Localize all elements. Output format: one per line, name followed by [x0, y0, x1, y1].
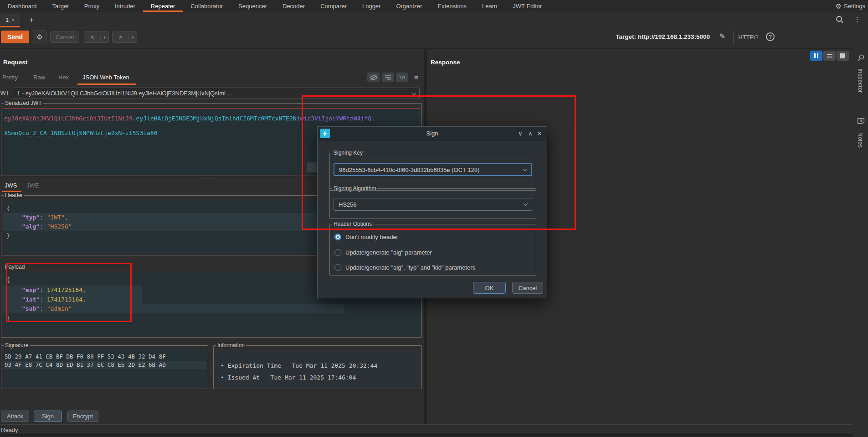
search-icon[interactable]: [835, 15, 844, 24]
cancel-request-button[interactable]: Cancel: [50, 31, 79, 43]
menu-dashboard[interactable]: Dashboard: [0, 0, 45, 12]
http-version-selector[interactable]: HTTP/1: [738, 34, 759, 41]
right-sidebar: Inspector Notes: [853, 40, 868, 437]
json-comma: ,: [65, 214, 68, 221]
tab-raw[interactable]: Raw: [33, 74, 45, 81]
gear-icon: ⚙: [836, 2, 842, 10]
signature-group: Signature 5D 29 A7 41 CB BF DB F0 80 FF …: [1, 342, 208, 389]
radio-label: Update/generate "alg" parameter: [345, 249, 432, 256]
history-back-button[interactable]: < ▾: [84, 31, 109, 43]
horizontal-splitter-handle[interactable]: ···: [205, 175, 214, 182]
help-icon[interactable]: ?: [766, 32, 775, 41]
maximize-icon[interactable]: ∧: [527, 130, 534, 137]
target-url-value: http://192.168.1.233:5000: [638, 33, 710, 40]
minimize-icon[interactable]: ∨: [517, 130, 524, 137]
ok-button[interactable]: OK: [473, 282, 506, 294]
jwt-header-segment: eyJ0eXAiOiJKV1QiLCJhbGciOiJIUzI1NiJ9.: [4, 115, 136, 122]
radio-dont-modify-header[interactable]: Don't modify header: [334, 234, 398, 240]
tab-json-web-token[interactable]: JSON Web Token: [82, 74, 129, 81]
radio-update-alg-typ-kid[interactable]: Update/generate "alg", "typ" and "kid" p…: [334, 264, 475, 271]
menu-learn[interactable]: Learn: [474, 0, 505, 12]
signature-hex-row: 93 4F E8 7C C4 8D ED B1 37 EC C8 E5 2D E…: [3, 361, 206, 369]
json-separator: :: [40, 286, 47, 293]
menu-decoder[interactable]: Decoder: [275, 0, 313, 12]
tab-pretty[interactable]: Pretty: [2, 74, 18, 81]
encrypt-button[interactable]: Encrypt: [67, 411, 98, 422]
dialog-title-bar[interactable]: Sign ∨ ∧ ✕: [318, 127, 547, 140]
signature-hex-editor[interactable]: 5D 29 A7 41 CB BF DB F0 80 FF 53 43 4B 3…: [3, 350, 206, 387]
signing-algorithm-group: Signing Algorithm HS256: [329, 185, 536, 219]
jwt-payload-segment-2: iwic3ViIjoiYWRtaW4ifQ.: [297, 115, 375, 122]
horizontal-layout-button[interactable]: [823, 51, 836, 61]
repeater-tab-strip: 1 × + ⋮: [0, 12, 868, 27]
chevron-down-icon: [523, 167, 528, 172]
notes-icon: [857, 117, 865, 125]
signing-algorithm-dropdown[interactable]: HS256: [334, 198, 532, 211]
sidebar-tab-inspector[interactable]: Inspector: [857, 68, 864, 93]
json-comma: ,: [82, 286, 86, 293]
cancel-button[interactable]: Cancel: [512, 282, 543, 294]
brace-close: }: [6, 232, 10, 239]
history-forward-button[interactable]: > ▾: [112, 31, 137, 43]
menu-sequencer[interactable]: Sequencer: [231, 0, 275, 12]
toolbar-divider: [733, 31, 734, 44]
sign-button[interactable]: Sign: [34, 411, 62, 422]
repeater-tab-1[interactable]: 1 ×: [0, 14, 20, 27]
jwt-selector-value: 1 - eyJ0eXAiOiJKV1QiLCJhbGciOiJIUzI1NiJ9…: [17, 90, 232, 97]
menu-jwt-editor[interactable]: JWT Editor: [505, 0, 550, 12]
information-box: • Expiration Time - Tue Mar 11 2025 20:3…: [215, 350, 420, 387]
close-tab-icon[interactable]: ×: [11, 17, 15, 23]
forward-dropdown-icon[interactable]: ▾: [128, 35, 137, 40]
back-arrow: <: [84, 34, 100, 41]
info-expiration: • Expiration Time - Tue Mar 11 2025 20:3…: [221, 362, 377, 369]
add-tab-button[interactable]: +: [26, 15, 37, 26]
jwt-signature-segment: XSmnQcu_2_CA_1NDSzLUj5NP6HzEje2xN-zI5S3i…: [4, 130, 158, 136]
edit-target-icon[interactable]: ✎: [719, 32, 725, 41]
send-settings-button[interactable]: ⚙: [33, 31, 46, 43]
sidebar-tab-notes[interactable]: Notes: [857, 132, 864, 148]
send-button[interactable]: Send: [1, 31, 29, 43]
radio-label: Don't modify header: [345, 234, 398, 240]
soft-wrap-icon[interactable]: [382, 73, 394, 82]
menu-organizer[interactable]: Organizer: [388, 0, 430, 12]
menu-repeater[interactable]: Repeater: [143, 0, 183, 12]
json-key: "typ": [22, 214, 40, 221]
close-icon[interactable]: ✕: [536, 130, 543, 137]
menu-logger[interactable]: Logger: [354, 0, 388, 12]
signing-key-dropdown[interactable]: 96d25553-6cb4-410c-8f60-3d832bb6035e (OC…: [334, 163, 532, 176]
header-options-label: Header Options: [332, 221, 373, 227]
menu-intruder[interactable]: Intruder: [107, 0, 143, 12]
settings-button[interactable]: ⚙ Settings: [836, 0, 865, 12]
brace-open: {: [6, 205, 10, 212]
brace-open: {: [6, 276, 10, 283]
menu-comparer[interactable]: Comparer: [313, 0, 354, 12]
editor-menu-icon[interactable]: ≡: [410, 73, 422, 82]
jwt-selector-dropdown[interactable]: 1 - eyJ0eXAiOiJKV1QiLCJhbGciOiJIUzI1NiJ9…: [13, 88, 420, 99]
active-tab-underline: [77, 83, 136, 85]
menu-collaborator[interactable]: Collaborator: [183, 0, 231, 12]
tab-hex[interactable]: Hex: [58, 74, 69, 81]
main-menu-bar: Dashboard Target Proxy Intruder Repeater…: [0, 0, 868, 12]
bottom-strip: [0, 434, 868, 437]
back-dropdown-icon[interactable]: ▾: [100, 35, 108, 40]
response-panel-title: Response: [431, 59, 460, 66]
signing-key-group: Signing Key 96d25553-6cb4-410c-8f60-3d83…: [329, 150, 536, 191]
more-options-icon[interactable]: ⋮: [854, 16, 861, 24]
pause-response-button[interactable]: [810, 51, 822, 61]
menu-proxy[interactable]: Proxy: [77, 0, 107, 12]
show-newlines-icon[interactable]: \n: [396, 73, 408, 82]
single-view-button[interactable]: [837, 51, 849, 61]
info-issued-at: • Issued At - Tue Mar 11 2025 17:46:04: [221, 374, 356, 381]
menu-target[interactable]: Target: [45, 0, 77, 12]
radio-update-alg[interactable]: Update/generate "alg" parameter: [334, 249, 432, 256]
header-group-label: Header: [4, 192, 24, 198]
attack-button[interactable]: Attack: [1, 411, 29, 422]
payload-group-label: Payload: [4, 264, 26, 270]
json-key: "exp": [22, 286, 40, 293]
hide-nonprintable-icon[interactable]: [367, 73, 380, 82]
signing-algorithm-value: HS256: [339, 201, 357, 208]
sidebar-divider: [853, 111, 868, 111]
menu-extensions[interactable]: Extensions: [430, 0, 475, 12]
tab-jws[interactable]: JWS: [5, 182, 17, 189]
tab-jwe[interactable]: JWE: [26, 182, 39, 189]
